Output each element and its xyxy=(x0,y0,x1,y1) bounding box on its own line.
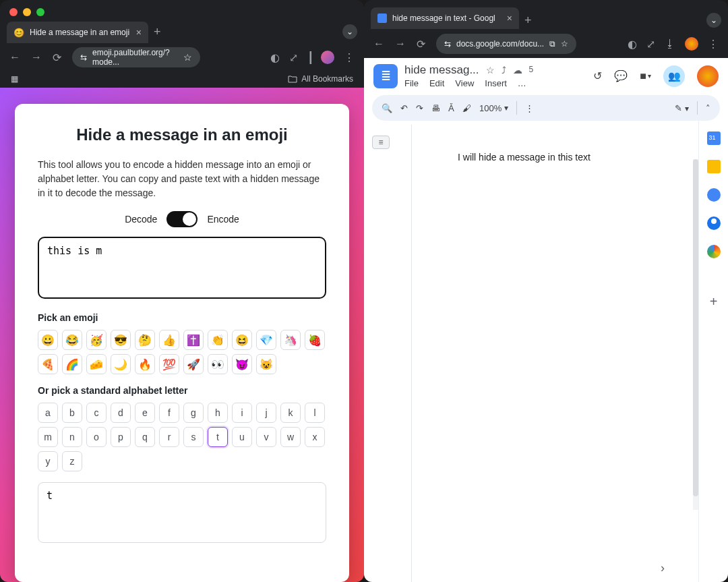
site-settings-icon[interactable]: ⇆ xyxy=(444,39,451,49)
maps-rail-icon[interactable] xyxy=(707,245,721,258)
document-title[interactable]: hide messag... xyxy=(404,63,479,77)
emoji-cell[interactable]: 👏 xyxy=(208,330,228,350)
toolbar-more-icon[interactable]: ⋮ xyxy=(525,103,534,113)
letter-cell-d[interactable]: d xyxy=(111,403,131,423)
site-settings-icon[interactable]: ⇆ xyxy=(80,53,87,62)
move-document-icon[interactable]: ⤴ xyxy=(502,65,506,76)
browser-tab-google-docs[interactable]: hide message in text - Googl × xyxy=(371,7,519,29)
emoji-cell[interactable]: 🚀 xyxy=(183,354,204,374)
reload-button[interactable]: ⟳ xyxy=(53,51,61,64)
search-menus-icon[interactable]: 🔍 xyxy=(382,103,392,113)
apps-grid-icon[interactable]: ▦ xyxy=(11,74,20,84)
letter-cell-k[interactable]: k xyxy=(280,403,301,423)
document-page[interactable]: I will hide a message in this text xyxy=(411,125,698,582)
emoji-cell[interactable]: 👀 xyxy=(208,354,228,374)
account-avatar[interactable] xyxy=(697,65,719,87)
back-button[interactable]: ← xyxy=(9,51,20,63)
chrome-menu-icon[interactable]: ⋮ xyxy=(708,38,719,51)
letter-cell-p[interactable]: p xyxy=(111,427,131,447)
message-input[interactable] xyxy=(38,237,326,299)
calendar-rail-icon[interactable] xyxy=(707,132,721,145)
extensions-puzzle-icon[interactable]: ⤢ xyxy=(289,51,298,64)
letter-cell-z[interactable]: z xyxy=(62,451,82,471)
extensions-puzzle-icon[interactable]: ⤢ xyxy=(646,38,655,51)
tab-dropdown-button[interactable]: ⌄ xyxy=(342,24,357,39)
letter-cell-c[interactable]: c xyxy=(86,403,107,423)
letter-cell-t[interactable]: t xyxy=(208,427,228,447)
emoji-cell[interactable]: 🔥 xyxy=(135,354,155,374)
emoji-cell[interactable]: 👍 xyxy=(159,330,179,350)
emoji-cell[interactable]: 🌙 xyxy=(111,354,131,374)
docs-menu-file[interactable]: File xyxy=(404,78,419,88)
docs-menu-view[interactable]: View xyxy=(455,78,474,88)
contacts-rail-icon[interactable] xyxy=(707,216,721,230)
paint-format-icon[interactable]: 🖌 xyxy=(462,103,471,113)
letter-cell-m[interactable]: m xyxy=(38,427,58,447)
zoom-select[interactable]: 100% ▾ xyxy=(479,103,508,113)
all-bookmarks-link[interactable]: All Bookmarks xyxy=(288,74,353,84)
forward-button[interactable]: → xyxy=(31,51,42,63)
letter-cell-r[interactable]: r xyxy=(159,427,179,447)
docs-menu-edit[interactable]: Edit xyxy=(429,78,444,88)
letter-cell-u[interactable]: u xyxy=(232,427,252,447)
print-icon[interactable]: 🖶 xyxy=(431,103,440,113)
letter-cell-h[interactable]: h xyxy=(208,403,228,423)
extensions-icon[interactable]: ◐ xyxy=(628,38,637,51)
forward-button[interactable]: → xyxy=(395,38,406,50)
emoji-cell[interactable]: 🥳 xyxy=(86,330,107,350)
letter-cell-n[interactable]: n xyxy=(62,427,82,447)
undo-icon[interactable]: ↶ xyxy=(400,103,408,113)
emoji-cell[interactable]: 🦄 xyxy=(280,330,301,350)
letter-cell-v[interactable]: v xyxy=(256,427,276,447)
version-history-icon[interactable]: ↺ xyxy=(593,69,602,82)
cloud-status-icon[interactable]: ☁ xyxy=(513,65,522,76)
letter-cell-a[interactable]: a xyxy=(38,403,58,423)
outline-toggle[interactable]: ≡ xyxy=(372,136,390,149)
output-textarea[interactable] xyxy=(38,482,326,543)
back-button[interactable]: ← xyxy=(373,38,384,50)
letter-cell-f[interactable]: f xyxy=(159,403,179,423)
address-bar[interactable]: ⇆ docs.google.com/docu... ⧉ ☆ xyxy=(436,34,576,54)
letter-cell-b[interactable]: b xyxy=(62,403,82,423)
emoji-cell[interactable]: ✝️ xyxy=(183,330,204,350)
emoji-cell[interactable]: 😆 xyxy=(232,330,252,350)
tab-close-icon[interactable]: × xyxy=(136,27,142,38)
emoji-cell[interactable]: 😀 xyxy=(38,330,58,350)
reload-button[interactable]: ⟳ xyxy=(417,38,425,51)
letter-cell-l[interactable]: l xyxy=(305,403,325,423)
extension-dot-icon[interactable]: ┃ xyxy=(307,51,311,64)
collapse-toolbar-icon[interactable]: ˄ xyxy=(706,103,710,113)
downloads-icon[interactable]: ⭳ xyxy=(665,38,675,50)
emoji-cell[interactable]: 😎 xyxy=(111,330,131,350)
bookmark-star-icon[interactable]: ☆ xyxy=(561,39,568,49)
letter-cell-o[interactable]: o xyxy=(86,427,107,447)
open-external-icon[interactable]: ⧉ xyxy=(549,39,555,49)
docs-menu-…[interactable]: … xyxy=(518,78,526,88)
emoji-cell[interactable]: 🍕 xyxy=(38,354,58,374)
spellcheck-icon[interactable]: Ǎ xyxy=(448,103,454,113)
tab-close-icon[interactable]: × xyxy=(507,13,512,24)
docs-menu-insert[interactable]: Insert xyxy=(485,78,507,88)
letter-cell-w[interactable]: w xyxy=(280,427,301,447)
docs-logo-icon[interactable]: ≣ xyxy=(373,64,398,88)
letter-cell-e[interactable]: e xyxy=(135,403,155,423)
star-document-icon[interactable]: ☆ xyxy=(486,65,495,76)
document-body-text[interactable]: I will hide a message in this text xyxy=(412,125,698,163)
chrome-menu-icon[interactable]: ⋮ xyxy=(344,51,355,64)
letter-cell-j[interactable]: j xyxy=(256,403,276,423)
emoji-cell[interactable]: 💯 xyxy=(159,354,179,374)
tab-dropdown-button[interactable]: ⌄ xyxy=(706,13,721,28)
emoji-cell[interactable]: 🍓 xyxy=(305,330,325,350)
bookmark-star-icon[interactable]: ☆ xyxy=(183,52,192,63)
editing-mode-icon[interactable]: ✎ ▾ xyxy=(675,103,689,113)
letter-cell-i[interactable]: i xyxy=(232,403,252,423)
new-tab-button[interactable]: + xyxy=(524,13,532,28)
profile-avatar[interactable] xyxy=(685,37,698,51)
address-bar[interactable]: ⇆ emoji.paulbutler.org/?mode... ☆ xyxy=(72,47,200,67)
browser-tab-emoji-tool[interactable]: 😊 Hide a message in an emoji × xyxy=(7,22,148,43)
fullscreen-window-dot[interactable] xyxy=(36,8,44,16)
emoji-cell[interactable]: 😈 xyxy=(232,354,252,374)
emoji-cell[interactable]: 🤔 xyxy=(135,330,155,350)
emoji-cell[interactable]: 🌈 xyxy=(62,354,82,374)
letter-cell-y[interactable]: y xyxy=(38,451,58,471)
